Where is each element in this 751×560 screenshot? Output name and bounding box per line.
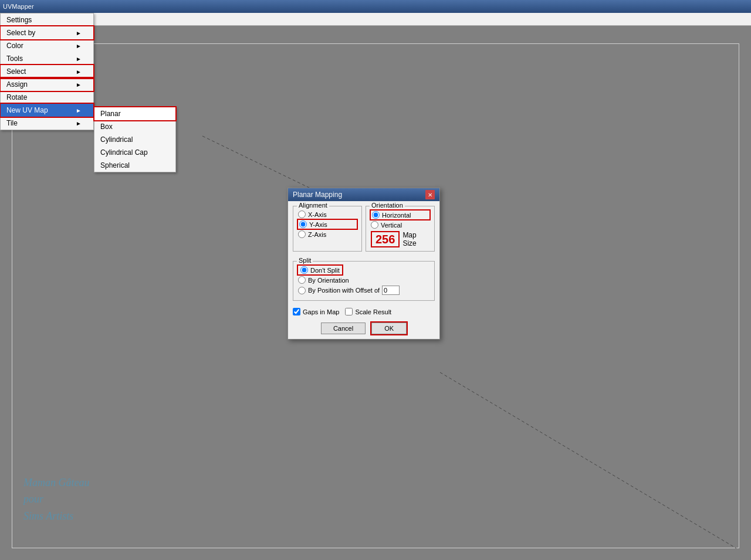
z-axis-row: Z-Axis bbox=[298, 230, 357, 238]
dialog-overlay: Planar Mapping ✕ Alignment X-Axis Y-Axis bbox=[287, 188, 440, 340]
submenu-arrow: ► bbox=[76, 120, 82, 127]
alignment-legend: Alignment bbox=[297, 202, 329, 209]
menu-select[interactable]: Select ► bbox=[1, 65, 93, 78]
x-axis-label: X-Axis bbox=[308, 211, 327, 218]
dialog-title-bar: Planar Mapping ✕ bbox=[288, 188, 439, 201]
planar-mapping-dialog: Planar Mapping ✕ Alignment X-Axis Y-Axis bbox=[287, 188, 440, 340]
by-position-radio[interactable] bbox=[298, 287, 306, 294]
horizontal-radio[interactable] bbox=[372, 211, 380, 219]
by-position-row: By Position with Offset of bbox=[298, 286, 429, 295]
map-size-value: 256 bbox=[371, 231, 400, 247]
dont-split-label: Don't Split bbox=[310, 267, 340, 274]
dialog-close-button[interactable]: ✕ bbox=[425, 190, 435, 199]
offset-input[interactable] bbox=[382, 286, 400, 295]
y-axis-radio[interactable] bbox=[299, 220, 307, 228]
cancel-button[interactable]: Cancel bbox=[321, 323, 366, 334]
map-size-row: 256 Map Size bbox=[371, 231, 429, 247]
uv-submenu: Planar Box Cylindrical Cylindrical Cap S… bbox=[94, 107, 176, 172]
submenu-arrow: ► bbox=[76, 82, 82, 88]
ok-button[interactable]: OK bbox=[371, 323, 407, 334]
menu-bar: File Edit Help bbox=[0, 13, 751, 26]
title-bar: UVMapper bbox=[0, 0, 751, 13]
dialog-body: Alignment X-Axis Y-Axis Z-Axis bbox=[288, 201, 439, 339]
horizontal-row: Horizontal bbox=[371, 211, 429, 219]
watermark: Maman Gâteau pour Sims Artists bbox=[23, 474, 89, 525]
scale-result-row: Scale Result bbox=[345, 308, 391, 315]
menu-tile[interactable]: Tile ► bbox=[1, 117, 93, 130]
gaps-in-map-checkbox[interactable] bbox=[293, 308, 300, 315]
submenu-arrow: ► bbox=[76, 69, 82, 75]
z-axis-radio[interactable] bbox=[298, 230, 306, 238]
gaps-in-map-row: Gaps in Map bbox=[293, 308, 339, 315]
x-axis-row: X-Axis bbox=[298, 211, 357, 218]
alignment-group: Alignment X-Axis Y-Axis Z-Axis bbox=[293, 206, 362, 252]
y-axis-row: Y-Axis bbox=[298, 220, 357, 229]
submenu-cylindrical-cap[interactable]: Cylindrical Cap bbox=[94, 146, 175, 159]
y-axis-label: Y-Axis bbox=[309, 221, 327, 228]
menu-assign[interactable]: Assign ► bbox=[1, 78, 93, 91]
scale-result-label: Scale Result bbox=[355, 308, 391, 315]
submenu-spherical[interactable]: Spherical bbox=[94, 159, 175, 172]
menu-rotate[interactable]: Rotate bbox=[1, 91, 93, 104]
submenu-arrow: ► bbox=[76, 56, 82, 62]
submenu-arrow: ► bbox=[76, 107, 82, 114]
menu-tools[interactable]: Tools ► bbox=[1, 52, 93, 65]
by-orientation-radio[interactable] bbox=[298, 276, 306, 284]
submenu-cylindrical[interactable]: Cylindrical bbox=[94, 133, 175, 146]
split-legend: Split bbox=[297, 257, 313, 264]
submenu-planar[interactable]: Planar bbox=[94, 107, 175, 120]
edit-menu-panel: Settings Select by ► Color ► Tools ► Sel… bbox=[0, 13, 94, 130]
menu-select-by[interactable]: Select by ► bbox=[1, 26, 93, 39]
x-axis-radio[interactable] bbox=[298, 211, 306, 218]
menu-new-uv-map[interactable]: New UV Map ► bbox=[1, 104, 93, 117]
map-size-label: Map Size bbox=[402, 231, 429, 247]
by-position-label: By Position with Offset of bbox=[308, 287, 380, 294]
menu-color[interactable]: Color ► bbox=[1, 39, 93, 52]
vertical-radio[interactable] bbox=[371, 221, 378, 229]
dialog-buttons: Cancel OK bbox=[293, 323, 435, 334]
split-group: Split Don't Split By Orientation By Posi… bbox=[293, 261, 435, 301]
dont-split-radio[interactable] bbox=[300, 266, 308, 274]
menu-settings[interactable]: Settings bbox=[1, 13, 93, 26]
by-orientation-row: By Orientation bbox=[298, 276, 429, 284]
vertical-label: Vertical bbox=[381, 222, 402, 229]
scale-result-checkbox[interactable] bbox=[345, 308, 353, 315]
submenu-arrow: ► bbox=[76, 43, 82, 49]
horizontal-label: Horizontal bbox=[382, 212, 411, 219]
dont-split-row: Don't Split bbox=[298, 266, 429, 274]
gaps-in-map-label: Gaps in Map bbox=[303, 308, 339, 315]
z-axis-label: Z-Axis bbox=[308, 231, 326, 238]
orientation-legend: Orientation bbox=[370, 202, 405, 209]
orientation-group: Orientation Horizontal Vertical 256 Map … bbox=[366, 206, 435, 252]
submenu-box[interactable]: Box bbox=[94, 120, 175, 133]
submenu-arrow: ► bbox=[76, 30, 82, 36]
app-title: UVMapper bbox=[3, 3, 34, 10]
dialog-title: Planar Mapping bbox=[293, 191, 342, 199]
by-orientation-label: By Orientation bbox=[308, 277, 349, 284]
vertical-row: Vertical bbox=[371, 221, 429, 229]
